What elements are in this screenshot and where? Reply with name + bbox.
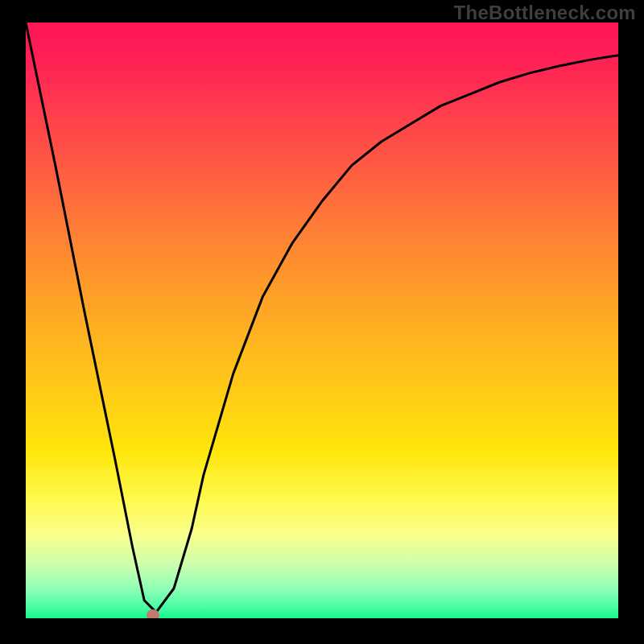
optimal-point-marker bbox=[147, 609, 159, 618]
watermark-text: TheBottleneck.com bbox=[454, 2, 636, 24]
plot-area bbox=[26, 23, 618, 618]
bottleneck-curve bbox=[26, 23, 618, 618]
chart-frame: TheBottleneck.com bbox=[0, 0, 644, 644]
